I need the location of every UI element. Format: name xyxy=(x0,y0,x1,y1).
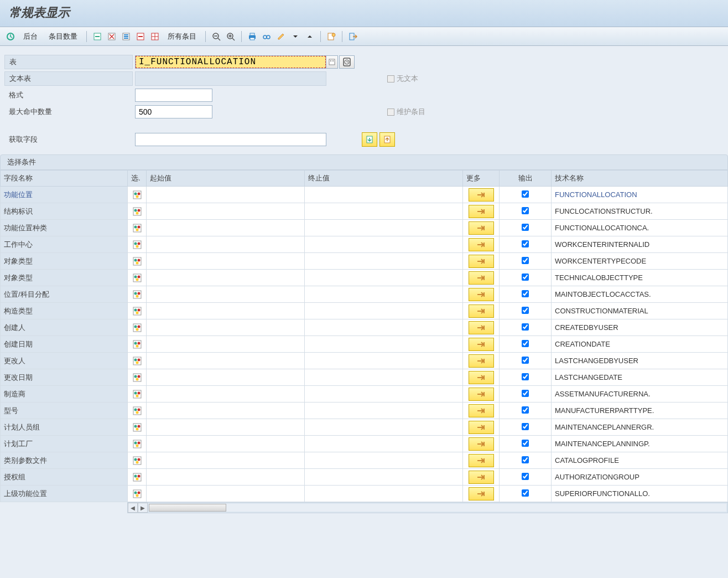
output-checkbox[interactable] xyxy=(522,440,529,447)
col-tech[interactable]: 技术名称 xyxy=(552,171,728,187)
more-button[interactable] xyxy=(469,487,494,500)
delete-row-icon[interactable] xyxy=(106,30,118,43)
to-value-input[interactable] xyxy=(305,220,462,236)
scroll-thumb[interactable] xyxy=(149,504,226,512)
from-value-input[interactable] xyxy=(147,236,304,252)
to-value-input[interactable] xyxy=(305,336,462,352)
to-value-input[interactable] xyxy=(305,253,462,269)
from-value-input[interactable] xyxy=(147,319,304,336)
grid-icon[interactable] xyxy=(149,30,161,43)
output-checkbox[interactable] xyxy=(522,207,529,214)
output-checkbox[interactable] xyxy=(522,489,529,497)
selection-options-button[interactable] xyxy=(128,203,146,219)
to-value-input[interactable] xyxy=(305,469,462,485)
output-checkbox[interactable] xyxy=(522,273,529,281)
entries-button[interactable]: 条目数量 xyxy=(44,32,82,42)
more-button[interactable] xyxy=(469,205,494,218)
more-button[interactable] xyxy=(469,437,494,451)
output-checkbox[interactable] xyxy=(522,307,529,314)
output-checkbox[interactable] xyxy=(522,224,529,231)
scroll-track[interactable] xyxy=(149,504,726,512)
from-value-input[interactable] xyxy=(147,419,304,435)
col-field-name[interactable]: 字段名称 xyxy=(1,171,128,187)
selection-options-button[interactable] xyxy=(128,436,146,452)
to-value-input[interactable] xyxy=(305,386,462,402)
output-checkbox[interactable] xyxy=(522,340,529,347)
to-value-input[interactable] xyxy=(305,303,462,319)
selection-options-button[interactable] xyxy=(128,486,146,502)
col-output[interactable]: 输出 xyxy=(500,171,552,187)
more-button[interactable] xyxy=(469,305,494,318)
selection-options-button[interactable] xyxy=(128,369,146,385)
more-button[interactable] xyxy=(469,288,494,301)
from-value-input[interactable] xyxy=(147,452,304,468)
zoom-in-icon[interactable] xyxy=(225,30,237,43)
from-value-input[interactable] xyxy=(147,286,304,302)
table-input[interactable] xyxy=(135,55,326,69)
more-button[interactable] xyxy=(469,271,494,285)
col-to[interactable]: 终止值 xyxy=(305,171,463,187)
from-value-input[interactable] xyxy=(147,270,304,286)
output-checkbox[interactable] xyxy=(522,423,529,430)
select-all-icon[interactable] xyxy=(120,30,132,43)
more-button[interactable] xyxy=(469,388,494,401)
variant-icon[interactable] xyxy=(325,30,337,43)
get-fields-input[interactable] xyxy=(135,133,326,146)
to-value-input[interactable] xyxy=(305,486,462,502)
deselect-icon[interactable] xyxy=(134,30,147,43)
from-value-input[interactable] xyxy=(147,436,304,452)
output-checkbox[interactable] xyxy=(522,257,529,264)
selection-options-button[interactable] xyxy=(128,253,146,269)
from-value-input[interactable] xyxy=(147,187,304,203)
dropdown-up-icon[interactable] xyxy=(304,30,316,43)
horizontal-scrollbar[interactable]: ◄ ► xyxy=(127,502,728,513)
selection-options-button[interactable] xyxy=(128,319,146,336)
insert-row-icon[interactable] xyxy=(91,30,103,43)
selection-options-button[interactable] xyxy=(128,469,146,485)
import-button[interactable] xyxy=(362,132,377,147)
from-value-input[interactable] xyxy=(147,220,304,236)
more-button[interactable] xyxy=(469,371,494,384)
more-button[interactable] xyxy=(469,421,494,434)
output-checkbox[interactable] xyxy=(522,357,529,364)
execute-icon[interactable] xyxy=(4,30,17,43)
to-value-input[interactable] xyxy=(305,369,462,385)
export-button[interactable] xyxy=(379,132,395,147)
more-button[interactable] xyxy=(469,354,494,368)
more-button[interactable] xyxy=(469,255,494,268)
output-checkbox[interactable] xyxy=(522,323,529,331)
dropdown-down-icon[interactable] xyxy=(289,30,301,43)
from-value-input[interactable] xyxy=(147,353,304,369)
output-checkbox[interactable] xyxy=(522,240,529,247)
from-value-input[interactable] xyxy=(147,369,304,385)
output-checkbox[interactable] xyxy=(522,473,529,480)
print-icon[interactable] xyxy=(246,30,258,43)
col-from[interactable]: 起始值 xyxy=(147,171,305,187)
output-checkbox[interactable] xyxy=(522,290,529,297)
to-value-input[interactable] xyxy=(305,452,462,468)
output-checkbox[interactable] xyxy=(522,190,529,198)
more-button[interactable] xyxy=(469,321,494,334)
exit-icon[interactable] xyxy=(347,30,359,43)
to-value-input[interactable] xyxy=(305,270,462,286)
scroll-right-icon[interactable]: ► xyxy=(138,503,148,513)
glasses-icon[interactable] xyxy=(261,30,273,43)
zoom-out-icon[interactable] xyxy=(210,30,222,43)
col-sel[interactable]: 选. xyxy=(128,171,147,187)
selection-options-button[interactable] xyxy=(128,236,146,252)
from-value-input[interactable] xyxy=(147,336,304,352)
selection-options-button[interactable] xyxy=(128,303,146,319)
selection-options-button[interactable] xyxy=(128,353,146,369)
to-value-input[interactable] xyxy=(305,203,462,219)
from-value-input[interactable] xyxy=(147,386,304,402)
selection-options-button[interactable] xyxy=(128,187,146,203)
selection-options-button[interactable] xyxy=(128,270,146,286)
output-checkbox[interactable] xyxy=(522,390,529,397)
selection-options-button[interactable] xyxy=(128,336,146,352)
selection-options-button[interactable] xyxy=(128,452,146,468)
to-value-input[interactable] xyxy=(305,436,462,452)
output-checkbox[interactable] xyxy=(522,456,529,463)
to-value-input[interactable] xyxy=(305,402,462,419)
format-input[interactable] xyxy=(135,89,212,102)
output-checkbox[interactable] xyxy=(522,373,529,380)
